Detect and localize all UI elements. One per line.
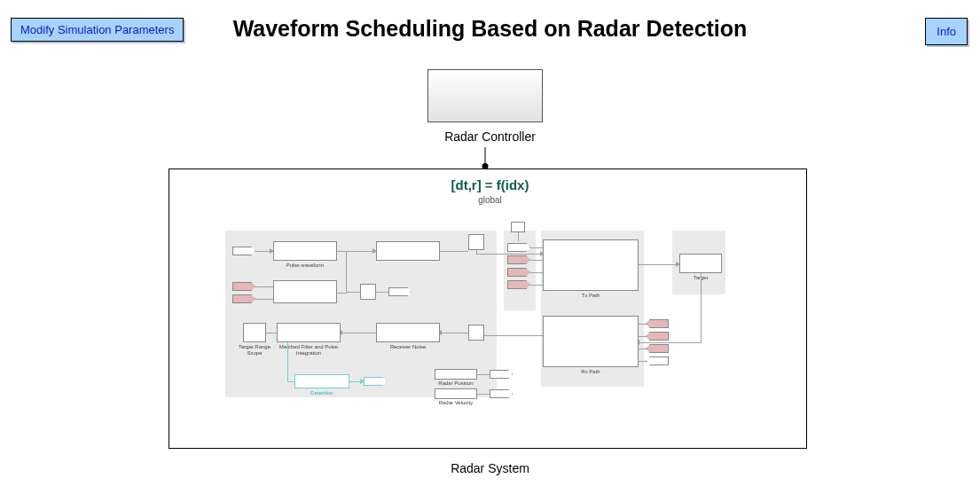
radar-velocity-block[interactable]	[435, 388, 477, 399]
mid-from-tag[interactable]	[388, 287, 412, 296]
wire	[287, 342, 288, 381]
wire	[341, 333, 376, 333]
rx-from-tag-1[interactable]	[646, 319, 669, 328]
function-text: [dt,r] = f(idx)	[451, 177, 529, 192]
wire	[337, 251, 346, 252]
wire	[266, 333, 277, 333]
tx-goto-tag-3[interactable]	[507, 268, 530, 277]
function-scope: global	[0, 195, 980, 205]
rx-path-block[interactable]	[543, 316, 639, 367]
wire	[639, 324, 647, 325]
wire	[287, 381, 294, 382]
radar-position-label: Radar Position	[435, 380, 477, 386]
radar-system-label: Radar System	[0, 461, 980, 475]
wire	[530, 272, 543, 273]
wire	[518, 232, 519, 241]
wire	[346, 251, 374, 252]
wire	[530, 285, 543, 286]
detection-block[interactable]	[294, 374, 349, 388]
rx-from-tag-3[interactable]	[646, 344, 669, 353]
wire	[255, 286, 273, 287]
wire	[639, 349, 647, 349]
radar-position-block[interactable]	[435, 369, 477, 380]
wire	[337, 293, 346, 294]
tx-goto-tag-1[interactable]	[507, 243, 530, 252]
target-range-scope-label: Target Range Scope	[232, 344, 277, 356]
radar-controller-block[interactable]	[427, 69, 543, 122]
wire	[440, 333, 468, 333]
target-range-scope-block[interactable]	[243, 323, 266, 342]
connector-line	[485, 147, 486, 165]
rx-from-tag-4[interactable]	[646, 357, 669, 365]
wire	[477, 394, 490, 395]
radar-controller-label: Radar Controller	[0, 129, 980, 144]
matched-filter-block[interactable]	[277, 323, 341, 342]
wire	[376, 292, 388, 293]
wire	[484, 335, 543, 336]
radar-velocity-label: Radar Velocity	[435, 400, 477, 405]
wire	[639, 342, 702, 343]
gain-block-3[interactable]	[360, 284, 376, 300]
pulse-waveform-label: Pulse waveform	[273, 263, 337, 268]
buffer-block[interactable]	[273, 280, 337, 303]
radar-position-from-tag[interactable]	[490, 370, 513, 379]
tx-goto-tag-4[interactable]	[507, 280, 530, 289]
wire	[639, 361, 647, 362]
block-diagram-canvas: Pulse waveform Tx Path Target Rx Path	[225, 211, 754, 417]
target-block[interactable]	[679, 254, 722, 273]
term-block[interactable]	[511, 222, 525, 232]
rx-path-label: Rx Path	[543, 369, 639, 374]
mid-goto-tag-1[interactable]	[232, 282, 255, 291]
page-title: Waveform Scheduling Based on Radar Detec…	[0, 16, 980, 42]
wire	[255, 299, 273, 300]
detection-from-tag[interactable]	[364, 377, 387, 386]
tx-path-block[interactable]	[543, 239, 639, 291]
gain-block-1[interactable]	[468, 234, 484, 250]
wire	[639, 264, 678, 265]
wire	[530, 260, 543, 261]
mid-goto-tag-2[interactable]	[232, 294, 255, 303]
wire	[701, 273, 702, 342]
wire	[346, 251, 347, 294]
tx-path-label: Tx Path	[543, 293, 639, 298]
receiver-noise-label: Receiver Noise	[376, 344, 440, 349]
function-signature: [dt,r] = f(idx) global	[0, 177, 980, 205]
tx-goto-tag-2[interactable]	[507, 255, 530, 264]
receiver-noise-block[interactable]	[376, 323, 440, 342]
amplifier-block[interactable]	[376, 241, 440, 261]
wire	[639, 336, 647, 337]
wire	[346, 292, 360, 293]
radar-velocity-from-tag[interactable]	[490, 389, 513, 398]
wire	[530, 247, 543, 248]
wire	[477, 374, 490, 375]
matched-filter-label: Matched Filter and Pulse Integration	[277, 344, 341, 356]
wire	[440, 251, 468, 252]
pulse-waveform-block[interactable]	[273, 241, 337, 261]
detection-label: Detection	[294, 390, 349, 396]
input-goto-tag[interactable]	[232, 247, 255, 255]
gain-block-2[interactable]	[468, 325, 484, 341]
wire	[476, 254, 542, 255]
rx-from-tag-2[interactable]	[646, 332, 669, 341]
